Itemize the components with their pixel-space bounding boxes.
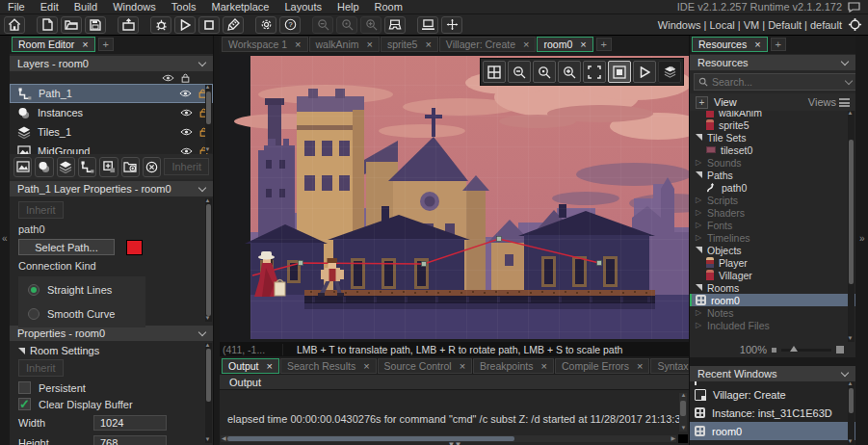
slider-thumb[interactable] [790, 346, 798, 352]
menu-layouts[interactable]: Layouts [284, 1, 322, 13]
tab-resources[interactable]: Resources × [692, 37, 768, 52]
close-icon[interactable]: × [267, 361, 273, 372]
tree-item-villager[interactable]: Villager [690, 269, 855, 281]
collapse-output-icon[interactable]: ▼▼ [448, 440, 461, 445]
add-path-layer-button[interactable] [78, 157, 96, 177]
tab-search-results[interactable]: Search Results× [280, 358, 377, 374]
resource-tree-scrollbar[interactable]: ▲▼ [848, 111, 855, 342]
path-color-swatch[interactable] [126, 240, 143, 255]
room-properties-header[interactable]: Properties - room0 [10, 326, 213, 341]
layer-row-tiles1[interactable]: Tiles_1 [10, 122, 213, 142]
right-collapse-rail[interactable]: » [855, 36, 868, 445]
lock-all-icon[interactable] [181, 73, 190, 83]
clear-display-row[interactable]: ✓ Clear Display Buffer [18, 396, 204, 412]
views-menu[interactable]: Views [808, 96, 850, 108]
feedback-bubble-icon[interactable] [848, 2, 860, 13]
add-asset-layer-button[interactable] [99, 157, 118, 177]
add-tile-layer-button[interactable] [57, 157, 75, 177]
add-instance-layer-button[interactable] [35, 157, 53, 177]
layer-row-instances[interactable]: Instances [10, 103, 213, 122]
left-collapse-rail[interactable]: « [0, 36, 10, 445]
tab-room-editor[interactable]: Room Editor × [12, 37, 95, 52]
tree-section-paths[interactable]: Paths [690, 169, 855, 181]
output-log[interactable]: "cmd" /c subst Z: /d elapsed time 00:00:… [220, 390, 689, 445]
tree-item-sprite5[interactable]: sprite5 [690, 118, 855, 131]
zoom-reset-button[interactable] [336, 16, 357, 34]
debug-button[interactable] [150, 16, 171, 34]
tab-workspace1[interactable]: Workspace 1× [222, 37, 308, 52]
layer-inherit-button[interactable]: Inherit [164, 158, 209, 175]
close-icon[interactable]: × [363, 361, 369, 372]
eye-icon[interactable] [179, 90, 192, 97]
tree-item-walkanim[interactable]: walkAnim [690, 111, 855, 118]
layer-list-scrollbar[interactable]: ▲▼ [205, 85, 212, 153]
tab-breakpoints[interactable]: Breakpoints× [473, 358, 554, 374]
add-layer-folder-button[interactable] [121, 157, 140, 177]
fit-window-button[interactable] [608, 61, 631, 83]
resource-search-box[interactable] [694, 73, 856, 91]
eye-icon[interactable] [180, 109, 193, 117]
run-button[interactable] [174, 16, 196, 34]
search-input[interactable] [712, 76, 842, 88]
collapse-left-icon[interactable]: « [2, 233, 8, 244]
fit-to-screen-button[interactable] [583, 61, 606, 83]
tree-section-shaders[interactable]: ▷Shaders [690, 206, 855, 219]
recent-windows-header[interactable]: Recent Windows [690, 366, 855, 381]
recent-item-villager-create[interactable]: Villager: Create [690, 385, 855, 404]
tree-section-objects[interactable]: Objects [690, 244, 855, 256]
save-project-button[interactable] [85, 16, 106, 34]
zoom-in-button[interactable] [360, 16, 381, 34]
persistent-checkbox[interactable] [18, 381, 31, 394]
eye-icon[interactable] [180, 128, 193, 136]
close-icon[interactable]: × [637, 361, 643, 372]
tree-section-rooms[interactable]: Rooms [690, 281, 855, 294]
delete-layer-button[interactable] [143, 157, 161, 177]
help-button[interactable]: ? [279, 16, 301, 34]
grid-toggle-button[interactable] [483, 61, 506, 83]
output-vscrollbar[interactable]: ▲▼ [679, 393, 687, 432]
pan-button[interactable] [441, 16, 462, 34]
tab-compile-errors[interactable]: Compile Errors× [555, 358, 649, 374]
menu-file[interactable]: File [8, 1, 25, 13]
close-icon[interactable]: × [754, 39, 760, 50]
recent-windows-scrollbar[interactable]: ▲▼ [848, 381, 855, 445]
persistent-row[interactable]: Persistent [18, 380, 204, 396]
radio-smooth-curve[interactable]: Smooth Curve [28, 308, 136, 320]
paint-mode-button[interactable] [658, 61, 681, 83]
add-view-button[interactable]: + [696, 96, 708, 109]
tree-section-timelines[interactable]: ▷Timelines [690, 231, 855, 244]
select-path-button[interactable]: Select Path... [18, 239, 115, 255]
home-button[interactable] [4, 16, 25, 34]
visibility-all-icon[interactable] [162, 74, 174, 82]
path-properties-scrollbar[interactable]: ▲▼ [205, 198, 212, 322]
close-icon[interactable]: × [82, 39, 88, 50]
tree-item-room0[interactable]: room0 [690, 294, 855, 306]
new-tab-button[interactable]: + [98, 38, 114, 51]
resources-header[interactable]: Resources [690, 55, 855, 70]
close-icon[interactable]: × [425, 39, 431, 50]
height-input[interactable]: 768 [93, 435, 167, 445]
target-config[interactable]: Windows | Local | VM | Default | default [658, 17, 864, 32]
new-workspace-tab-button[interactable]: + [596, 38, 612, 51]
room-properties-scrollbar[interactable]: ▲▼ [205, 343, 212, 443]
collapse-right-icon[interactable]: » [859, 233, 865, 244]
laptop-button[interactable] [417, 16, 438, 34]
close-icon[interactable]: × [523, 39, 529, 50]
target-device-button[interactable] [384, 16, 406, 34]
create-executable-button[interactable] [118, 16, 139, 34]
canvas-zoom-in-button[interactable] [558, 61, 581, 83]
tree-section-fonts[interactable]: ▷Fonts [690, 219, 855, 231]
canvas-zoom-reset-button[interactable] [533, 61, 556, 83]
close-icon[interactable]: × [366, 39, 372, 50]
search-options-chevron[interactable] [845, 76, 853, 84]
settings-button[interactable] [255, 16, 276, 34]
zoom-out-button[interactable] [312, 16, 333, 34]
layer-row-midground[interactable]: MidGround [10, 142, 213, 154]
room-settings-toggle[interactable]: Room Settings [18, 344, 204, 357]
tree-section-sounds[interactable]: ▷Sounds [690, 156, 855, 169]
menu-room[interactable]: Room [375, 1, 403, 13]
tree-item-tileset0[interactable]: tileset0 [690, 144, 855, 156]
menu-edit[interactable]: Edit [40, 1, 59, 13]
tree-section-notes[interactable]: ▷Notes [690, 306, 855, 319]
tree-section-tilesets[interactable]: Tile Sets [690, 131, 855, 144]
